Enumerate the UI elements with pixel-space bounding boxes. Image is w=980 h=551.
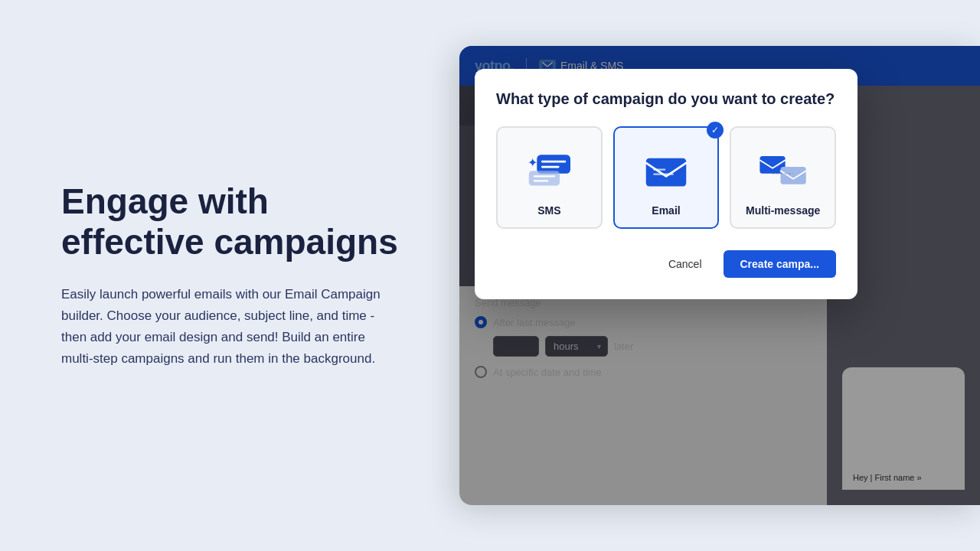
svg-rect-7 (529, 171, 560, 185)
modal-title: What type of campaign do you want to cre… (496, 90, 836, 108)
left-panel: Engage with effective campaigns Easily l… (0, 135, 444, 416)
multi-icon-area (753, 143, 814, 197)
email-card-label: Email (652, 204, 680, 217)
modal-actions: Cancel Create campa... (496, 250, 836, 278)
svg-text:✦: ✦ (528, 156, 537, 169)
selected-check-badge: ✓ (707, 122, 724, 139)
create-campaign-button[interactable]: Create campa... (724, 250, 837, 278)
multi-card-label: Multi-message (746, 204, 820, 217)
svg-rect-10 (646, 158, 687, 187)
hero-title: Engage with effective campaigns (61, 181, 398, 262)
svg-rect-14 (780, 167, 805, 184)
campaign-type-modal: What type of campaign do you want to cre… (475, 69, 858, 299)
multi-campaign-card[interactable]: Multi-message (730, 126, 836, 229)
sms-icon-area: ✦ (518, 143, 580, 197)
sms-campaign-card[interactable]: ✦ SMS (496, 126, 603, 229)
modal-overlay: What type of campaign do you want to cre… (459, 46, 980, 505)
sms-card-label: SMS (537, 204, 560, 217)
cancel-button[interactable]: Cancel (656, 252, 714, 276)
hero-body: Easily launch powerful emails with our E… (61, 284, 398, 370)
email-campaign-card[interactable]: ✓ Email (613, 126, 720, 229)
email-icon-area (635, 143, 697, 197)
app-window: yotpo. Email & SMS Email content ▲ Email… (459, 46, 980, 505)
campaign-types-container: ✦ SMS ✓ (496, 126, 836, 229)
svg-rect-4 (537, 155, 571, 174)
